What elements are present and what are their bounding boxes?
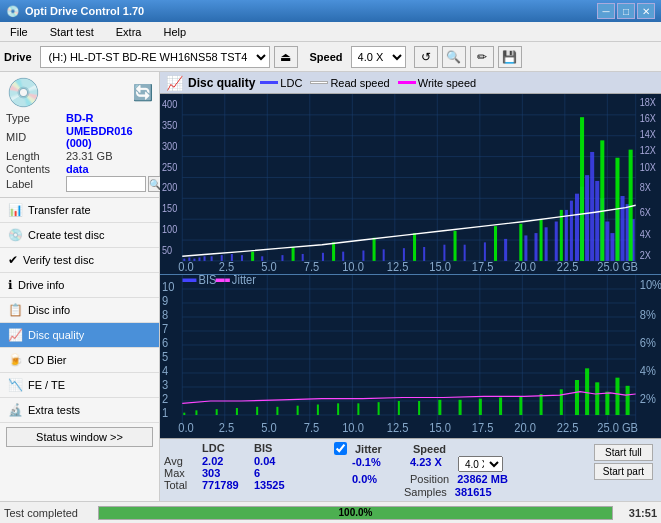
- svg-rect-170: [626, 386, 630, 415]
- disc-refresh-icon[interactable]: 🔄: [133, 83, 153, 102]
- sidebar-item-label: Extra tests: [28, 404, 80, 416]
- svg-text:20.0: 20.0: [514, 260, 536, 274]
- titlebar-left: 💿 Opti Drive Control 1.70: [6, 5, 144, 18]
- disc-label-input[interactable]: [66, 176, 146, 192]
- svg-rect-72: [605, 222, 609, 261]
- nav-items: 📊 Transfer rate 💿 Create test disc ✔ Ver…: [0, 198, 159, 423]
- svg-text:4%: 4%: [640, 363, 656, 378]
- svg-rect-167: [595, 382, 599, 415]
- sidebar-item-transfer-rate[interactable]: 📊 Transfer rate: [0, 198, 159, 223]
- legend-write-speed: Write speed: [398, 77, 477, 89]
- scan-button[interactable]: 🔍: [442, 46, 466, 68]
- bottom-chart: BIS Jitter 10 9 8 7 6 5 4 3 2 1 10%: [160, 275, 661, 438]
- svg-text:50: 50: [162, 244, 173, 256]
- menu-help[interactable]: Help: [157, 24, 192, 40]
- menu-extra[interactable]: Extra: [110, 24, 148, 40]
- menu-start-test[interactable]: Start test: [44, 24, 100, 40]
- sidebar-item-label: Disc quality: [28, 329, 84, 341]
- close-button[interactable]: ✕: [637, 3, 655, 19]
- sidebar-item-extra-tests[interactable]: 🔬 Extra tests: [0, 398, 159, 423]
- svg-rect-157: [418, 401, 420, 415]
- svg-rect-166: [585, 368, 589, 415]
- legend-ldc: LDC: [260, 77, 302, 89]
- sidebar-item-disc-quality[interactable]: 📈 Disc quality: [0, 323, 159, 348]
- jitter-header: Jitter: [355, 443, 405, 455]
- jitter-checkbox[interactable]: [334, 442, 347, 455]
- ldc-header: LDC: [202, 442, 244, 454]
- minimize-button[interactable]: ─: [597, 3, 615, 19]
- start-full-button[interactable]: Start full: [594, 444, 653, 461]
- svg-text:14X: 14X: [640, 128, 657, 140]
- svg-rect-80: [332, 242, 335, 261]
- svg-rect-149: [256, 407, 258, 415]
- create-test-disc-icon: 💿: [8, 228, 23, 242]
- total-label: Total: [164, 479, 192, 491]
- app-icon: 💿: [6, 5, 20, 18]
- svg-rect-147: [216, 409, 218, 415]
- legend-write-label: Write speed: [418, 77, 477, 89]
- bis-total: 13525: [254, 479, 296, 491]
- svg-text:7.5: 7.5: [304, 420, 320, 435]
- content-title: Disc quality: [188, 76, 255, 90]
- write-button[interactable]: ✏: [470, 46, 494, 68]
- svg-text:2%: 2%: [640, 391, 656, 406]
- svg-text:4: 4: [162, 363, 168, 378]
- jitter-speed-stats: Jitter Speed -0.1% 4.23 X 4.0 X 0.0%: [334, 442, 534, 498]
- svg-rect-155: [378, 402, 380, 415]
- svg-text:Jitter: Jitter: [232, 275, 256, 288]
- disc-info-panel: 💿 🔄 Type BD-R MID UMEBDR016 (000) Length…: [0, 72, 159, 198]
- maximize-button[interactable]: □: [617, 3, 635, 19]
- svg-rect-41: [198, 257, 200, 260]
- progress-bar: 100.0%: [98, 506, 613, 520]
- svg-rect-55: [423, 247, 425, 261]
- transfer-rate-icon: 📊: [8, 203, 23, 217]
- svg-rect-153: [337, 403, 339, 415]
- samples-label: Samples: [404, 486, 447, 498]
- bis-avg: 0.04: [254, 455, 296, 467]
- status-time: 31:51: [617, 507, 657, 519]
- sidebar-item-create-test-disc[interactable]: 💿 Create test disc: [0, 223, 159, 248]
- speed-select[interactable]: 4.0 X: [351, 46, 406, 68]
- menu-file[interactable]: File: [4, 24, 34, 40]
- titlebar-controls[interactable]: ─ □ ✕: [597, 3, 655, 19]
- save-button[interactable]: 💾: [498, 46, 522, 68]
- svg-rect-169: [615, 377, 619, 414]
- disc-contents-value: data: [66, 163, 89, 175]
- svg-rect-87: [560, 210, 563, 261]
- eject-button[interactable]: ⏏: [274, 46, 298, 68]
- legend-read-label: Read speed: [330, 77, 389, 89]
- stats-bar: LDC BIS Avg 2.02 0.04 Max 303 6 Total: [160, 438, 661, 501]
- svg-text:17.5: 17.5: [472, 420, 494, 435]
- svg-text:8X: 8X: [640, 182, 652, 194]
- svg-text:10%: 10%: [640, 277, 661, 292]
- svg-rect-64: [565, 210, 568, 261]
- disc-label-label: Label: [6, 178, 66, 190]
- status-text: Test completed: [4, 507, 94, 519]
- drive-select[interactable]: (H:) HL-DT-ST BD-RE WH16NS58 TST4: [40, 46, 270, 68]
- extra-tests-icon: 🔬: [8, 403, 23, 417]
- disc-mid-label: MID: [6, 131, 66, 143]
- svg-rect-63: [555, 222, 558, 261]
- start-part-button[interactable]: Start part: [594, 463, 653, 480]
- sidebar-item-fe-te[interactable]: 📉 FE / TE: [0, 373, 159, 398]
- drivebar: Drive (H:) HL-DT-ST BD-RE WH16NS58 TST4 …: [0, 42, 661, 72]
- svg-rect-106: [216, 278, 230, 281]
- refresh-button[interactable]: ↺: [414, 46, 438, 68]
- svg-text:350: 350: [162, 119, 178, 131]
- svg-text:2X: 2X: [640, 249, 652, 261]
- sidebar-item-drive-info[interactable]: ℹ Drive info: [0, 273, 159, 298]
- status-window-button[interactable]: Status window >>: [6, 427, 153, 447]
- sidebar-item-verify-test-disc[interactable]: ✔ Verify test disc: [0, 248, 159, 273]
- sidebar: 💿 🔄 Type BD-R MID UMEBDR016 (000) Length…: [0, 72, 160, 501]
- sidebar-item-disc-info[interactable]: 📋 Disc info: [0, 298, 159, 323]
- svg-text:150: 150: [162, 203, 178, 215]
- sidebar-item-cd-bier[interactable]: 🍺 CD Bier: [0, 348, 159, 373]
- svg-text:17.5: 17.5: [472, 260, 494, 274]
- top-chart-svg: 400 350 300 250 200 150 100 50 18X 16X 1…: [160, 94, 661, 274]
- jitter-max: 0.0%: [352, 473, 402, 485]
- svg-rect-79: [292, 247, 295, 261]
- max-label: Max: [164, 467, 192, 479]
- speed-dropdown[interactable]: 4.0 X: [458, 456, 503, 472]
- svg-rect-158: [438, 400, 441, 415]
- svg-text:0.0: 0.0: [178, 420, 194, 435]
